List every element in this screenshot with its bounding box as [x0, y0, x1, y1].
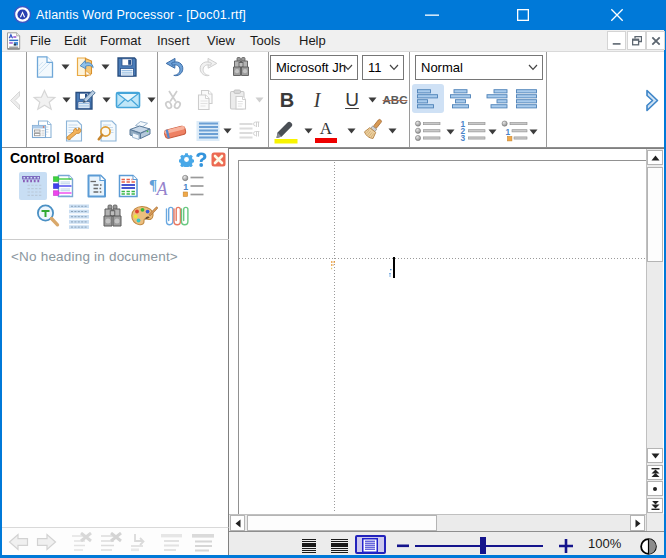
align-justify-button[interactable] [516, 89, 538, 109]
draft-view-button[interactable] [302, 539, 316, 553]
collapse-toolbar-button[interactable] [5, 89, 23, 111]
menu-insert[interactable]: Insert [157, 30, 190, 51]
mdi-minimize-button[interactable] [607, 31, 626, 50]
erase-button[interactable] [162, 119, 188, 143]
email-dropdown[interactable] [147, 97, 156, 103]
align-left-button[interactable] [417, 89, 439, 109]
heading-list-dark-button[interactable] [191, 532, 215, 553]
zoom-out-button[interactable] [397, 544, 410, 548]
menu-format[interactable]: Format [100, 30, 141, 51]
save-button[interactable] [115, 55, 139, 79]
color-scheme-icon[interactable] [640, 538, 657, 555]
document-page[interactable] [238, 160, 646, 531]
font-color-button[interactable]: A [315, 118, 337, 144]
highlight-dropdown[interactable] [304, 128, 313, 134]
redo-button[interactable] [196, 55, 220, 79]
menu-view[interactable]: View [207, 30, 235, 51]
scroll-down-button[interactable] [647, 448, 663, 463]
previous-page-button[interactable] [647, 465, 663, 480]
maximize-button[interactable] [500, 0, 546, 30]
fields-pane-button[interactable] [115, 172, 143, 200]
bullet-list-dropdown[interactable] [446, 129, 455, 135]
show-formatting-marks-button[interactable] [237, 119, 263, 143]
highlight-button[interactable] [273, 118, 299, 144]
forward-arrow-button[interactable] [36, 532, 57, 552]
bookmarks-pane-button[interactable] [83, 172, 111, 200]
menu-file[interactable]: File [30, 30, 51, 51]
save-special-button[interactable] [73, 88, 97, 112]
select-browse-object-button[interactable] [647, 481, 663, 496]
clipboard-panel-button[interactable] [30, 119, 54, 143]
control-board-settings-gear-icon[interactable] [179, 152, 193, 166]
favorites-dropdown[interactable] [62, 97, 71, 103]
scroll-left-button[interactable] [230, 515, 245, 531]
menu-edit[interactable]: Edit [64, 30, 86, 51]
close-button[interactable] [594, 0, 640, 30]
bold-button[interactable]: B [278, 88, 296, 112]
font-color-dropdown[interactable] [347, 128, 356, 134]
multilevel-list-dropdown[interactable] [529, 129, 538, 135]
heading-list-button[interactable] [160, 532, 183, 553]
italic-button[interactable]: I [308, 88, 326, 112]
lists-pane-button[interactable]: 1 [179, 172, 207, 200]
zoom-slider-track[interactable] [415, 545, 543, 547]
numbered-list-dropdown[interactable] [488, 129, 497, 135]
style-combo[interactable]: Normal [415, 55, 543, 80]
typography-pane-button[interactable]: ¶ A [147, 172, 175, 200]
paste-dropdown[interactable] [255, 97, 264, 103]
new-document-button[interactable] [33, 55, 57, 79]
demote-heading-button[interactable] [129, 532, 152, 553]
control-board-help-icon[interactable] [195, 152, 209, 166]
format-painter-dropdown[interactable] [388, 128, 397, 134]
numbered-list-button[interactable]: 123 [459, 120, 486, 142]
favorites-star-button[interactable] [32, 88, 57, 112]
scroll-right-button[interactable] [630, 515, 645, 531]
document-properties-button[interactable] [62, 119, 86, 143]
print-button[interactable] [127, 119, 153, 143]
color-palette-button[interactable] [130, 202, 158, 230]
remove-subheading-button[interactable] [100, 532, 124, 553]
menu-tools[interactable]: Tools [250, 30, 280, 51]
open-document-dropdown[interactable] [101, 64, 110, 70]
save-special-dropdown[interactable] [102, 97, 111, 103]
align-center-button[interactable] [450, 89, 472, 109]
back-arrow-button[interactable] [8, 532, 29, 552]
bullet-list-button[interactable] [414, 120, 441, 142]
zoom-slider-thumb[interactable] [480, 537, 486, 554]
undo-button[interactable] [163, 55, 187, 79]
search-binoculars-button[interactable] [98, 202, 126, 230]
paragraph-formatting-button[interactable] [195, 119, 221, 143]
paste-button[interactable] [227, 88, 251, 112]
scroll-up-button[interactable] [647, 150, 663, 165]
remove-heading-button[interactable] [71, 532, 94, 553]
normal-view-button[interactable] [331, 539, 348, 553]
mdi-close-button[interactable] [646, 31, 665, 50]
attachments-clips-button[interactable] [162, 202, 190, 230]
print-preview-button[interactable] [95, 119, 119, 143]
cut-button[interactable] [161, 88, 185, 112]
headings-pane-button[interactable] [19, 172, 47, 200]
multilevel-list-button[interactable]: 1 [501, 120, 528, 142]
minimize-button[interactable] [409, 0, 455, 30]
email-button[interactable] [115, 88, 141, 112]
document-icon[interactable] [6, 32, 22, 49]
font-size-combo[interactable]: 11 [362, 55, 404, 80]
copy-button[interactable] [194, 88, 218, 112]
mdi-restore-button[interactable] [627, 31, 646, 50]
find-button[interactable] [229, 55, 253, 79]
expand-toolbar-button[interactable] [643, 88, 661, 112]
styles-pane-button[interactable] [51, 172, 79, 200]
paragraph-formatting-dropdown[interactable] [223, 128, 232, 134]
vertical-scroll-thumb[interactable] [647, 167, 663, 262]
strikethrough-button[interactable]: ABC [381, 88, 409, 112]
underline-button[interactable]: U [343, 88, 361, 112]
page-layout-view-button[interactable] [355, 535, 386, 554]
format-painter-button[interactable] [358, 118, 386, 144]
horizontal-scroll-thumb[interactable] [247, 515, 437, 531]
next-page-button[interactable] [647, 498, 663, 513]
align-right-button[interactable] [486, 89, 508, 109]
zoom-preview-button[interactable] [34, 202, 62, 230]
font-name-combo[interactable]: Microsoft Jh [270, 55, 358, 80]
new-document-dropdown[interactable] [61, 64, 70, 70]
paragraph-list-button[interactable] [66, 202, 94, 230]
